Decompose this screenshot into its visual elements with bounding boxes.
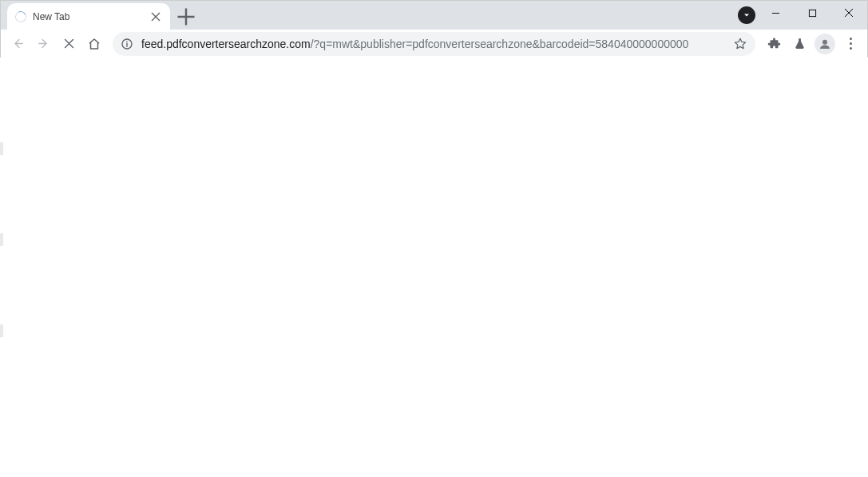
svg-point-3 — [822, 39, 827, 44]
browser-tab[interactable]: New Tab — [7, 3, 170, 30]
close-icon — [844, 8, 854, 18]
edge-artifact — [0, 233, 3, 246]
new-tab-button[interactable] — [175, 6, 197, 28]
forward-button[interactable] — [31, 32, 55, 56]
loading-spinner-icon — [14, 10, 28, 24]
toolbar: feed.pdfconvertersearchzone.com/?q=mwt&p… — [1, 30, 867, 58]
url-text: feed.pdfconvertersearchzone.com/?q=mwt&p… — [141, 38, 725, 50]
bookmark-button[interactable] — [733, 37, 747, 51]
plus-icon — [175, 6, 197, 28]
info-icon — [121, 38, 133, 50]
svg-rect-0 — [809, 10, 815, 16]
minimize-icon — [771, 9, 780, 18]
chevron-down-icon — [742, 10, 751, 20]
profile-button[interactable] — [813, 32, 837, 56]
site-info-button[interactable] — [121, 38, 133, 50]
extensions-button[interactable] — [762, 32, 786, 56]
arrow-right-icon — [37, 37, 50, 50]
edge-artifact — [0, 324, 3, 337]
star-icon — [733, 37, 747, 51]
arrow-left-icon — [11, 37, 25, 50]
menu-button[interactable] — [838, 32, 862, 56]
maximize-icon — [808, 9, 817, 18]
url-host: feed.pdfconvertersearchzone.com — [141, 38, 311, 50]
url-path: /?q=mwt&publisher=pdfconvertersearchzone… — [311, 38, 689, 50]
address-bar[interactable]: feed.pdfconvertersearchzone.com/?q=mwt&p… — [113, 32, 755, 56]
minimize-button[interactable] — [757, 1, 794, 25]
flask-icon — [793, 37, 807, 50]
media-control-button[interactable] — [738, 6, 755, 24]
avatar — [814, 34, 835, 54]
close-window-button[interactable] — [830, 1, 867, 25]
home-icon — [87, 37, 101, 51]
window-controls — [757, 1, 867, 25]
stop-button[interactable] — [57, 32, 81, 56]
tab-title: New Tab — [33, 11, 143, 22]
close-tab-button[interactable] — [149, 10, 162, 23]
edge-artifact — [0, 142, 3, 155]
svg-point-2 — [126, 41, 128, 42]
maximize-button[interactable] — [794, 1, 830, 25]
close-icon — [62, 37, 76, 50]
home-button[interactable] — [82, 32, 106, 56]
back-button[interactable] — [6, 32, 30, 56]
puzzle-icon — [767, 37, 781, 50]
page-content — [0, 58, 868, 477]
labs-button[interactable] — [787, 32, 811, 56]
close-icon — [149, 10, 162, 23]
tab-strip: New Tab — [1, 1, 867, 30]
person-icon — [818, 37, 832, 51]
kebab-icon — [850, 38, 852, 50]
